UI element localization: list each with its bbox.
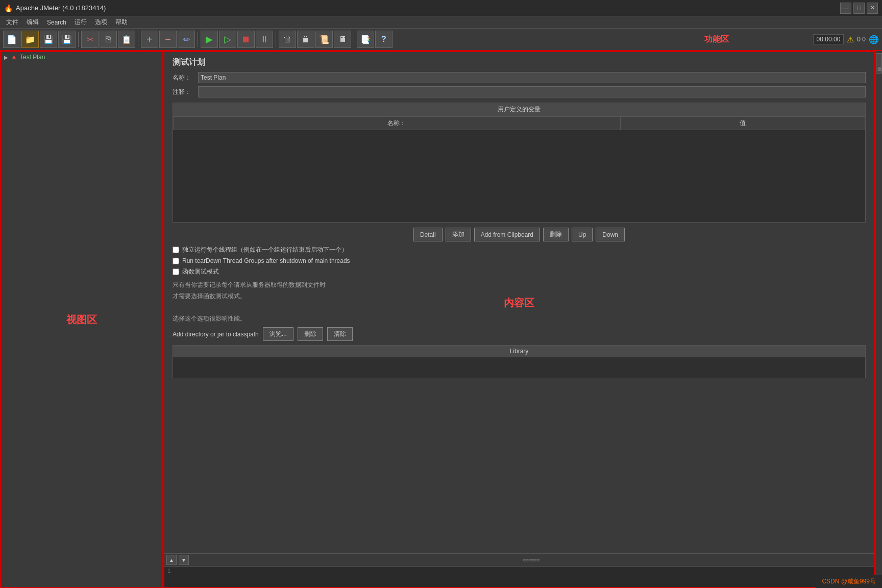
timer-display: 00:00:00: [813, 34, 844, 44]
template-button[interactable]: 📑: [357, 31, 374, 48]
sep2: [138, 32, 138, 47]
app-icon: 🔥: [4, 4, 13, 12]
col-name: 名称：: [174, 117, 621, 130]
log-toolbar: ▲ ▼ ≈≈≈≈≈≈: [164, 554, 874, 567]
variables-table-body: [173, 130, 865, 222]
detail-button[interactable]: Detail: [413, 228, 443, 241]
shutdown-button[interactable]: ⏸: [256, 31, 273, 48]
checkbox-thread-group[interactable]: [173, 247, 179, 253]
action-buttons: Detail 添加 Add from Clipboard 删除 Up Down: [173, 228, 866, 241]
clear-button[interactable]: 🗑: [279, 31, 296, 48]
variables-section: 用户定义的变量 名称： 值: [173, 103, 866, 223]
add-var-button[interactable]: 添加: [446, 228, 471, 241]
variables-table: 名称： 值: [173, 116, 865, 130]
content-area: 内容区 测试计划 名称： 注释： 用户定义的变量 名称： 值: [164, 52, 874, 553]
log-up-button[interactable]: ▲: [166, 555, 177, 565]
minimize-button[interactable]: —: [840, 3, 851, 14]
menu-edit[interactable]: 编辑: [22, 16, 43, 29]
warning-icon: ⚠: [847, 35, 854, 44]
remote-button[interactable]: 🖥: [334, 31, 351, 48]
tree-icon: 🔺: [10, 54, 18, 61]
name-label: 名称：: [173, 74, 198, 82]
checkboxes-section: 独立运行每个线程组（例如在一个组运行结束后启动下一个） Run tearDown…: [173, 246, 866, 276]
checkbox-label-3: 函数测试模式: [182, 267, 219, 276]
save-button[interactable]: 💾: [58, 31, 76, 48]
paste-button[interactable]: 📋: [118, 31, 135, 48]
menu-run[interactable]: 运行: [70, 16, 91, 29]
log-line-number: 1: [167, 568, 176, 574]
title-bar: 🔥 Apache JMeter (4.0 r1823414) — □ ✕: [0, 0, 882, 16]
add-from-clipboard-button[interactable]: Add from Clipboard: [474, 228, 540, 241]
new-button[interactable]: 📄: [3, 31, 20, 48]
delete-classpath-button[interactable]: 删除: [298, 327, 323, 341]
status-text: CSDN @咸鱼999号: [822, 578, 876, 585]
menu-search[interactable]: Search: [43, 16, 70, 29]
log-area: ▲ ▼ ≈≈≈≈≈≈ 1: [164, 553, 874, 587]
variables-title: 用户定义的变量: [173, 103, 865, 116]
delete-var-button[interactable]: 删除: [543, 228, 569, 241]
log-content: 1: [164, 567, 874, 587]
restore-button[interactable]: □: [853, 3, 865, 14]
sep4: [276, 32, 276, 47]
right-sidebar-btn-1[interactable]: 设: [876, 53, 882, 74]
comment-row: 注释：: [173, 86, 866, 97]
checkbox-functional[interactable]: [173, 268, 179, 275]
log-down-button[interactable]: ▼: [179, 555, 189, 565]
menu-file[interactable]: 文件: [2, 16, 22, 29]
title-bar-left: 🔥 Apache JMeter (4.0 r1823414): [4, 4, 106, 12]
status-bar: CSDN @咸鱼999号: [816, 575, 882, 588]
menu-bar: 文件 编辑 Search 运行 选项 帮助: [0, 16, 882, 29]
copy-button[interactable]: ⎘: [100, 31, 117, 48]
add-button[interactable]: +: [141, 31, 158, 48]
desc-text-2: 才需要选择函数测试模式。: [173, 291, 866, 301]
save-all-button[interactable]: 💾: [40, 31, 57, 48]
stop-button[interactable]: ⏹: [237, 31, 255, 48]
help-button[interactable]: ?: [375, 31, 393, 48]
cut-button[interactable]: ✂: [81, 31, 99, 48]
right-sidebar: 设: [875, 51, 882, 588]
log-separator-dots: ≈≈≈≈≈≈: [191, 557, 872, 563]
tree-item-label: Test Plan: [20, 54, 45, 61]
close-button[interactable]: ✕: [867, 3, 878, 14]
sep5: [354, 32, 354, 47]
comment-input[interactable]: [198, 86, 866, 97]
clear-classpath-button[interactable]: 清除: [327, 327, 353, 341]
down-button[interactable]: Down: [596, 228, 625, 241]
clear-all-button[interactable]: 🗑: [297, 31, 314, 48]
script-button[interactable]: 📜: [315, 31, 333, 48]
checkbox-row-2: Run tearDown Thread Groups after shutdow…: [173, 257, 866, 264]
comment-label: 注释：: [173, 88, 198, 96]
start-button[interactable]: ▶: [201, 31, 218, 48]
remove-button[interactable]: −: [159, 31, 177, 48]
checkbox-row-1: 独立运行每个线程组（例如在一个组运行结束后启动下一个）: [173, 246, 866, 254]
up-button[interactable]: Up: [572, 228, 593, 241]
name-input[interactable]: [198, 72, 866, 83]
desc-text-3: [173, 303, 866, 312]
tree-arrow: ▶: [4, 55, 8, 60]
name-row: 名称：: [173, 72, 866, 83]
menu-options[interactable]: 选项: [91, 16, 111, 29]
browse-button[interactable]: 浏览...: [263, 327, 293, 341]
checkbox-teardown[interactable]: [173, 258, 179, 264]
open-button[interactable]: 📁: [21, 31, 39, 48]
toolbar: 📄 📁 💾 💾 ✂ ⎘ 📋 + − ✏ ▶ ▷ ⏹ ⏸ 🗑 🗑 📜 🖥 📑 ? …: [0, 29, 882, 51]
tree-item-test-plan[interactable]: ▶ 🔺 Test Plan: [1, 52, 162, 62]
desc-text-4: 选择这个选项很影响性能。: [173, 314, 866, 323]
checkbox-label-2: Run tearDown Thread Groups after shutdow…: [182, 257, 350, 264]
desc-text-1: 只有当你需要记录每个请求从服务器取得的数据到文件时: [173, 280, 866, 289]
menu-help[interactable]: 帮助: [111, 16, 132, 29]
checkbox-label-1: 独立运行每个线程组（例如在一个组运行结束后启动下一个）: [182, 246, 348, 254]
start-no-pause-button[interactable]: ▷: [219, 31, 236, 48]
warning-count: 0 0: [857, 36, 866, 43]
classpath-label: Add directory or jar to classpath: [173, 331, 259, 338]
toolbar-label: 功能区: [704, 34, 729, 45]
right-panel: 内容区 测试计划 名称： 注释： 用户定义的变量 名称： 值: [163, 51, 875, 588]
sep3: [198, 32, 198, 47]
library-body: [173, 357, 865, 378]
edit-button[interactable]: ✏: [178, 31, 195, 48]
sep1: [78, 32, 79, 47]
left-panel: ▶ 🔺 Test Plan 视图区: [0, 51, 163, 588]
library-title: Library: [173, 346, 865, 357]
main-layout: ▶ 🔺 Test Plan 视图区 内容区 测试计划 名称： 注释： 用户定义的…: [0, 51, 882, 588]
globe-icon[interactable]: 🌐: [869, 35, 879, 44]
